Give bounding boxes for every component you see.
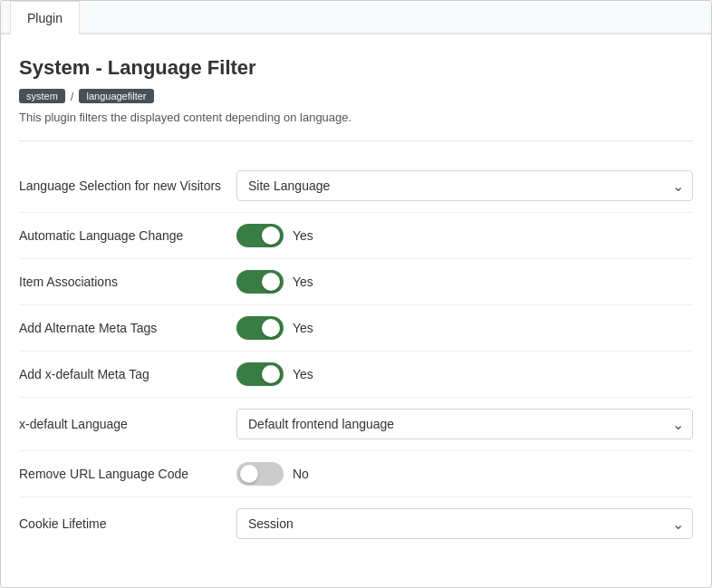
tab-bar: Plugin <box>1 1 711 34</box>
control-add-x-default-meta-tag: Yes <box>236 362 693 386</box>
toggle-track-xdefault-meta <box>236 362 284 386</box>
select-cookie-lifetime[interactable]: Session 1 day 7 days 30 days <box>236 508 693 539</box>
toggle-thumb-items <box>262 273 280 291</box>
badge-languagefilter: languagefilter <box>79 89 153 103</box>
toggle-row-xdefault-meta: Yes <box>236 362 693 386</box>
toggle-label-xdefault-meta: Yes <box>293 367 313 381</box>
breadcrumb-slash: / <box>71 90 74 103</box>
field-auto-language-change: Automatic Language Change Yes <box>19 213 693 259</box>
label-item-associations: Item Associations <box>19 275 236 289</box>
toggle-auto-language-change[interactable] <box>236 224 284 247</box>
select-wrapper-xdefault: Default frontend language ⌄ <box>236 409 693 439</box>
field-add-alternate-meta-tags: Add Alternate Meta Tags Yes <box>19 305 693 352</box>
label-add-x-default-meta-tag: Add x-default Meta Tag <box>19 367 236 381</box>
toggle-label-alt-meta: Yes <box>293 321 313 335</box>
page-title: System - Language Filter <box>19 56 693 80</box>
toggle-row-remove-url: No <box>236 462 693 486</box>
select-wrapper-language: Site Language Browser Language ⌄ <box>236 170 693 201</box>
toggle-label-items: Yes <box>293 275 313 289</box>
toggle-label-auto: Yes <box>293 228 313 243</box>
select-x-default-language[interactable]: Default frontend language <box>236 409 693 439</box>
toggle-track-auto <box>236 224 284 247</box>
field-language-selection: Language Selection for new Visitors Site… <box>19 159 693 213</box>
toggle-thumb-alt-meta <box>262 319 280 337</box>
select-wrapper-cookie: Session 1 day 7 days 30 days ⌄ <box>236 508 693 539</box>
main-window: Plugin System - Language Filter system /… <box>0 0 712 588</box>
label-cookie-lifetime: Cookie Lifetime <box>19 516 236 531</box>
toggle-row-items: Yes <box>236 270 693 294</box>
control-auto-language-change: Yes <box>236 224 693 247</box>
toggle-track-remove-url <box>236 462 284 486</box>
field-x-default-language: x-default Language Default frontend lang… <box>19 398 693 451</box>
control-remove-url-language-code: No <box>236 462 693 486</box>
label-auto-language-change: Automatic Language Change <box>19 228 236 243</box>
divider <box>19 140 693 141</box>
field-item-associations: Item Associations Yes <box>19 259 693 305</box>
control-x-default-language: Default frontend language ⌄ <box>236 409 693 439</box>
field-remove-url-language-code: Remove URL Language Code No <box>19 451 693 497</box>
toggle-track-items <box>236 270 284 294</box>
toggle-add-alternate-meta-tags[interactable] <box>236 316 284 340</box>
toggle-row-auto: Yes <box>236 224 693 247</box>
toggle-thumb-remove-url <box>240 465 258 483</box>
control-language-selection: Site Language Browser Language ⌄ <box>236 170 693 201</box>
control-cookie-lifetime: Session 1 day 7 days 30 days ⌄ <box>236 508 693 539</box>
tab-plugin[interactable]: Plugin <box>10 1 80 34</box>
label-remove-url-language-code: Remove URL Language Code <box>19 467 236 481</box>
control-add-alternate-meta-tags: Yes <box>236 316 693 340</box>
label-language-selection: Language Selection for new Visitors <box>19 178 236 193</box>
toggle-thumb-xdefault-meta <box>262 365 280 383</box>
label-add-alternate-meta-tags: Add Alternate Meta Tags <box>19 321 236 335</box>
toggle-item-associations[interactable] <box>236 270 284 294</box>
toggle-add-x-default-meta-tag[interactable] <box>236 362 284 386</box>
field-add-x-default-meta-tag: Add x-default Meta Tag Yes <box>19 352 693 398</box>
badge-system: system <box>19 89 65 103</box>
field-cookie-lifetime: Cookie Lifetime Session 1 day 7 days 30 … <box>19 497 693 550</box>
toggle-label-remove-url: No <box>293 467 309 481</box>
content-area: System - Language Filter system / langua… <box>1 34 711 572</box>
toggle-row-alt-meta: Yes <box>236 316 693 340</box>
control-item-associations: Yes <box>236 270 693 294</box>
toggle-thumb-auto <box>262 227 280 245</box>
plugin-description: This plugin filters the displayed conten… <box>19 111 693 124</box>
label-x-default-language: x-default Language <box>19 417 236 431</box>
toggle-remove-url-language-code[interactable] <box>236 462 284 486</box>
select-language-selection[interactable]: Site Language Browser Language <box>236 170 693 201</box>
breadcrumb-badges: system / languagefilter <box>19 89 693 103</box>
toggle-track-alt-meta <box>236 316 284 340</box>
